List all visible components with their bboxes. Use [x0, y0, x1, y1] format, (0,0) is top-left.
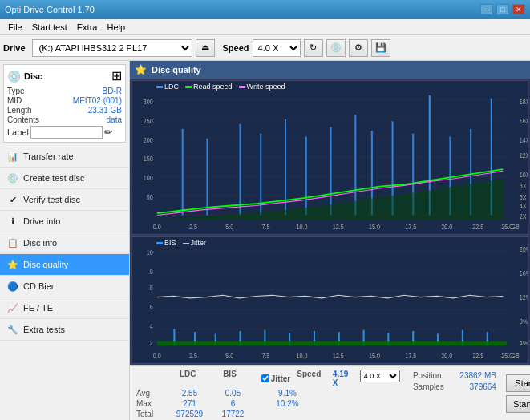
- sidebar-item-disc-quality[interactable]: ⭐ Disc quality: [0, 254, 129, 276]
- samples-value: 379664: [470, 382, 496, 391]
- menu-extra[interactable]: Extra: [72, 22, 103, 33]
- sidebar-item-drive-info[interactable]: ℹ Drive info: [0, 211, 129, 232]
- disc-label-label: Label: [7, 127, 29, 137]
- start-buttons-section: Start full Start part: [503, 366, 530, 420]
- svg-text:16%: 16%: [520, 270, 528, 278]
- legend-jitter: Jitter: [183, 239, 207, 247]
- sidebar-item-extra-tests[interactable]: 🔧 Extra tests: [0, 319, 129, 341]
- disc-details-icon[interactable]: ⊞: [111, 68, 122, 83]
- eject-button[interactable]: ⏏: [196, 39, 215, 57]
- legend-write-speed-dot: [239, 86, 245, 88]
- stats-speed-select[interactable]: 4.0 X: [360, 370, 400, 382]
- disc-panel: 💿 Disc ⊞ Type BD-R MID MEIT02 (001) Leng…: [3, 64, 126, 143]
- sidebar: 💿 Disc ⊞ Type BD-R MID MEIT02 (001) Leng…: [0, 61, 130, 420]
- legend-ldc-dot: [156, 86, 163, 88]
- speed-label: Speed: [223, 43, 249, 53]
- svg-text:150: 150: [144, 155, 154, 164]
- bottom-chart-svg: 10 9 8 6 4 2 0.0 2.5 5.0 7.5 10.0 12.5 1…: [132, 237, 528, 363]
- drive-info-icon: ℹ: [6, 215, 19, 228]
- svg-text:2.5: 2.5: [189, 224, 198, 232]
- svg-rect-36: [206, 139, 208, 216]
- refresh-button[interactable]: ↻: [304, 39, 323, 57]
- transfer-rate-icon: 📊: [6, 150, 19, 163]
- svg-text:100: 100: [144, 175, 154, 183]
- disc-mid-label: MID: [7, 96, 22, 105]
- main-area: 💿 Disc ⊞ Type BD-R MID MEIT02 (001) Leng…: [0, 61, 530, 420]
- svg-text:4X: 4X: [520, 203, 528, 211]
- sidebar-item-transfer-rate[interactable]: 📊 Transfer rate: [0, 146, 129, 168]
- start-full-button[interactable]: Start full: [506, 374, 530, 392]
- maximize-button[interactable]: □: [496, 4, 509, 15]
- sidebar-item-verify-test-disc[interactable]: ✔ Verify test disc: [0, 189, 129, 211]
- svg-text:8: 8: [150, 285, 154, 293]
- sidebar-item-disc-info[interactable]: 📋 Disc info: [0, 232, 129, 254]
- sidebar-item-create-test-disc[interactable]: 💿 Create test disc: [0, 168, 129, 189]
- disc-label-input[interactable]: [30, 126, 103, 139]
- disc-contents-label: Contents: [7, 115, 39, 124]
- create-test-disc-icon: 💿: [6, 172, 19, 184]
- drive-select[interactable]: (K:) ATAPI iHBS312 2 PL17: [32, 39, 192, 57]
- stats-total-ldc: 972529: [168, 410, 212, 418]
- svg-text:300: 300: [144, 98, 154, 106]
- stats-col-empty: [136, 370, 164, 387]
- svg-text:9: 9: [150, 269, 153, 277]
- legend-bis-label: BIS: [164, 239, 176, 247]
- start-part-button[interactable]: Start part: [506, 395, 530, 413]
- menu-start-test[interactable]: Start test: [27, 22, 72, 33]
- stats-header-bis: BIS: [212, 370, 247, 387]
- sidebar-item-cd-bier-label: CD Bier: [23, 281, 55, 291]
- sidebar-item-drive-info-label: Drive info: [23, 216, 60, 226]
- close-button[interactable]: ✕: [512, 4, 525, 15]
- stats-total-bis: 17722: [215, 410, 251, 418]
- svg-rect-42: [354, 115, 356, 216]
- extra-tests-icon: 🔧: [6, 323, 19, 336]
- save-button[interactable]: 💾: [371, 39, 390, 57]
- stats-total-label: Total: [136, 410, 164, 418]
- stats-avg-label: Avg: [136, 389, 164, 398]
- menu-help[interactable]: Help: [102, 22, 130, 33]
- speed-select[interactable]: 4.0 X 2.0 X 8.0 X: [253, 39, 301, 57]
- samples-row: Samples 379664: [413, 382, 496, 391]
- legend-write-speed-label: Write speed: [247, 83, 285, 91]
- jitter-checkbox[interactable]: [261, 374, 269, 382]
- disc-label-btn[interactable]: ✏: [104, 127, 112, 138]
- svg-rect-37: [240, 124, 241, 216]
- legend-jitter-label: Jitter: [191, 239, 207, 247]
- stats-avg-jitter: 9.1%: [265, 389, 310, 398]
- stats-bar: LDC BIS Jitter Speed 4.19 X 4.0 X Avg: [130, 365, 530, 420]
- legend-bis: BIS: [156, 239, 176, 247]
- bottom-chart-legend: BIS Jitter: [156, 239, 206, 247]
- menu-file[interactable]: File: [3, 22, 27, 33]
- svg-text:20%: 20%: [520, 246, 528, 254]
- legend-bis-dot: [156, 242, 163, 244]
- bottom-chart: BIS Jitter 10: [131, 236, 528, 364]
- disc-button[interactable]: 💿: [326, 39, 346, 57]
- svg-text:12%: 12%: [520, 294, 528, 302]
- sidebar-item-fe-te[interactable]: 📈 FE / TE: [0, 297, 129, 319]
- svg-text:GB: GB: [511, 224, 519, 232]
- stats-avg-sep: [254, 389, 262, 398]
- position-value: 23862 MB: [459, 371, 496, 380]
- svg-text:17.5: 17.5: [405, 224, 417, 232]
- sidebar-item-disc-info-label: Disc info: [23, 238, 57, 248]
- content-header: ⭐ Disc quality: [130, 61, 530, 79]
- settings-button[interactable]: ⚙: [349, 39, 368, 57]
- disc-type-row: Type BD-R: [7, 87, 122, 95]
- stats-header-jitter: Jitter: [271, 374, 290, 383]
- stats-max-ldc: 271: [168, 399, 212, 408]
- legend-read-speed-dot: [185, 86, 192, 88]
- stats-header-speed: Speed: [297, 370, 328, 387]
- minimize-button[interactable]: ─: [480, 4, 493, 15]
- sidebar-item-cd-bier[interactable]: 🔵 CD Bier: [0, 276, 129, 297]
- position-section: Position 23862 MB Samples 379664: [407, 366, 503, 420]
- menu-bar: File Start test Extra Help: [0, 19, 530, 35]
- svg-text:22.5: 22.5: [472, 352, 484, 360]
- stats-max-bis: 6: [215, 399, 251, 408]
- position-row: Position 23862 MB: [413, 371, 496, 380]
- disc-contents-value: data: [107, 115, 122, 124]
- svg-text:250: 250: [144, 117, 154, 125]
- disc-length-row: Length 23.31 GB: [7, 106, 122, 115]
- stats-max-label: Max: [136, 399, 164, 408]
- stats-total-row: Total 972529 17722: [136, 410, 400, 418]
- app-title: Opti Drive Control 1.70: [5, 5, 95, 14]
